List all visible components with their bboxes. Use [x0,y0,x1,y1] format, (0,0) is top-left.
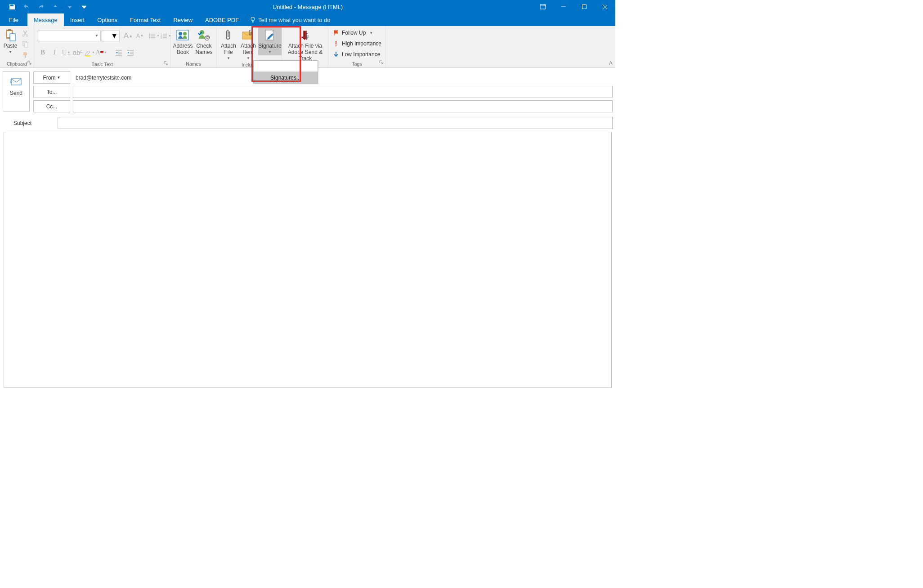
tab-insert[interactable]: Insert [64,13,91,26]
signatures-menu-item[interactable]: Signatures... [254,71,318,83]
subject-field[interactable] [58,117,613,129]
svg-point-14 [149,35,151,36]
font-size-combo[interactable]: ▼ [102,31,120,41]
to-field[interactable] [73,86,613,98]
decrease-indent-icon[interactable] [113,47,125,58]
previous-item-icon[interactable] [49,0,62,13]
svg-rect-15 [151,36,155,36]
tab-file[interactable]: File [0,13,27,26]
tab-format-text[interactable]: Format Text [124,13,167,26]
svg-rect-21 [163,36,167,36]
save-icon[interactable] [5,0,19,13]
follow-up-button[interactable]: Follow Up▼ [330,27,376,38]
from-value: brad@terrytestsite.com [73,71,613,84]
message-body[interactable] [4,132,612,388]
paste-button[interactable]: Paste ▼ [2,27,19,55]
dialog-launcher-icon[interactable] [27,61,32,66]
underline-icon[interactable]: U▼ [60,47,72,58]
dialog-launcher-icon[interactable] [379,60,384,66]
svg-rect-19 [163,34,167,35]
low-importance-button[interactable]: Low Importance [330,49,383,60]
low-importance-icon [333,51,339,58]
cut-icon[interactable] [19,28,31,39]
svg-point-16 [149,37,151,38]
copy-icon[interactable] [19,39,31,49]
svg-rect-30 [130,52,134,53]
high-importance-icon [333,40,339,47]
subject-input[interactable] [61,117,609,129]
flag-icon [333,30,339,36]
font-name-combo[interactable]: ▼ [38,31,101,41]
chevron-down-icon: ▼ [246,55,250,62]
from-button[interactable]: From▼ [33,71,70,84]
redo-icon[interactable] [34,0,48,13]
send-button[interactable]: Send [3,71,30,111]
subject-label: Subject [4,120,40,126]
minimize-icon[interactable] [553,0,574,13]
attach-file-button[interactable]: Attach File ▼ [219,27,238,62]
svg-text:3: 3 [161,36,162,39]
tell-me-search[interactable] [245,13,380,26]
svg-rect-5 [8,29,11,31]
signature-dropdown-empty[interactable] [254,61,318,71]
italic-icon[interactable]: I [49,47,60,58]
dialog-launcher-icon[interactable] [163,61,169,67]
svg-rect-24 [85,55,90,56]
bold-icon[interactable]: B [37,47,49,58]
font-size-input[interactable] [103,33,111,39]
font-color-icon[interactable]: A▼ [95,47,107,58]
group-label-basic-text: Basic Text [34,61,170,67]
qat-customize-icon[interactable] [80,0,88,13]
tab-options[interactable]: Options [91,13,124,26]
svg-point-12 [149,33,151,35]
grow-font-icon[interactable]: A▲ [122,31,134,41]
to-button[interactable]: To... [33,86,70,98]
signature-button[interactable]: Signature ▼ [258,27,282,55]
undo-icon[interactable] [20,0,33,13]
highlight-icon[interactable]: ▼ [84,47,95,58]
tab-adobe-pdf[interactable]: ADOBE PDF [199,13,245,26]
tab-message[interactable]: Message [27,13,64,26]
envelope-icon [10,77,22,86]
svg-rect-17 [151,37,155,38]
svg-rect-29 [127,50,134,51]
to-input[interactable] [76,86,609,98]
group-clipboard: Paste ▼ Clipboard [0,26,34,67]
ribbon-display-options-icon[interactable] [533,0,553,13]
cc-button[interactable]: Cc... [33,100,70,112]
svg-point-34 [179,32,182,36]
bullets-icon[interactable]: ▼ [148,31,160,41]
quick-access-toolbar [0,0,88,13]
increase-indent-icon[interactable] [125,47,137,58]
shrink-font-icon[interactable]: A▼ [134,31,146,41]
svg-rect-11 [25,55,26,58]
strikethrough-icon[interactable]: abᶜ [72,47,84,58]
cc-input[interactable] [76,101,609,112]
cc-field[interactable] [73,100,613,112]
group-names: Address Book @ Check Names Names [170,26,217,67]
maximize-icon[interactable] [574,0,595,13]
paste-icon [3,28,18,42]
svg-rect-41 [336,45,336,46]
group-basic-text: ▼ ▼ A▲ A▼ ▼ 123▼ B I U▼ abᶜ ▼ A▼ [34,26,170,67]
svg-rect-32 [127,55,134,56]
high-importance-button[interactable]: High Importance [330,38,384,49]
svg-rect-26 [118,52,122,53]
attach-adobe-button[interactable]: Attach File via Adobe Send & Track [284,27,327,62]
signature-icon [263,28,277,42]
close-icon[interactable] [595,0,615,13]
font-name-input[interactable] [40,33,94,39]
chevron-down-icon: ▼ [57,76,61,80]
tab-review[interactable]: Review [167,13,199,26]
check-names-button[interactable]: @ Check Names [193,27,215,55]
chevron-down-icon: ▼ [369,31,373,35]
next-item-icon[interactable] [63,0,76,13]
attach-item-button[interactable]: Attach Item ▼ [238,27,258,62]
address-book-button[interactable]: Address Book [172,27,193,55]
collapse-ribbon-icon[interactable]: ᐱ [609,60,613,66]
paperclip-icon [221,28,236,42]
tell-me-input[interactable] [258,17,375,23]
format-painter-icon[interactable] [19,49,31,60]
lightbulb-icon [250,17,256,23]
svg-text:@: @ [204,34,210,41]
